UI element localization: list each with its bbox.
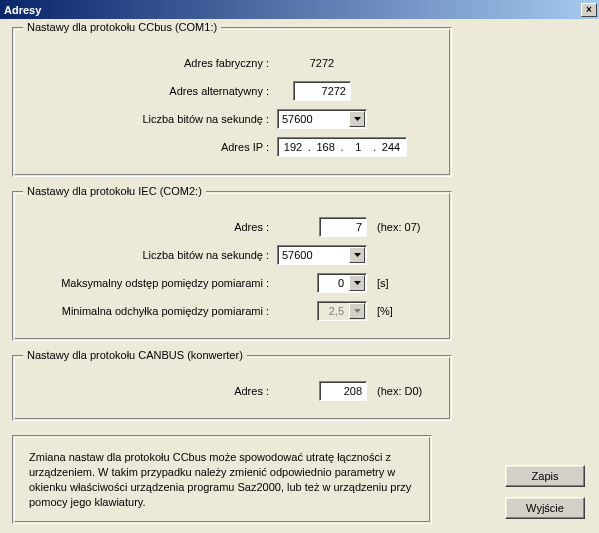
dropdown-button[interactable] xyxy=(349,247,365,263)
select-min-dev: 2,5 xyxy=(317,301,367,321)
chevron-down-icon xyxy=(354,309,361,313)
label-ccbus-baud: Liczba bitów na sekundę : xyxy=(27,113,277,125)
select-max-gap-value: 0 xyxy=(322,277,348,289)
save-button[interactable]: Zapis xyxy=(505,465,585,487)
warning-box: Zmiana nastaw dla protokołu CCbus może s… xyxy=(12,435,432,524)
close-icon: × xyxy=(586,4,592,15)
label-max-gap-unit: [s] xyxy=(377,277,437,289)
titlebar: Adresy × xyxy=(0,0,599,19)
select-iec-baud[interactable]: 57600 xyxy=(277,245,367,265)
chevron-down-icon xyxy=(354,281,361,285)
select-ccbus-baud-value: 57600 xyxy=(282,113,348,125)
window-title: Adresy xyxy=(4,4,41,16)
svg-marker-3 xyxy=(354,309,361,313)
label-iec-baud: Liczba bitów na sekundę : xyxy=(27,249,277,261)
input-iec-address[interactable] xyxy=(319,217,367,237)
input-ip-address[interactable]: 192 . 168 . 1 . 244 xyxy=(277,137,407,157)
label-max-gap: Maksymalny odstęp pomiędzy pomiarami : xyxy=(27,277,277,289)
close-button[interactable]: × xyxy=(581,3,597,17)
svg-marker-1 xyxy=(354,253,361,257)
group-iec-legend: Nastawy dla protokołu IEC (COM2:) xyxy=(23,185,206,197)
select-iec-baud-value: 57600 xyxy=(282,249,348,261)
select-max-gap[interactable]: 0 xyxy=(317,273,367,293)
label-alt-address: Adres alternatywny : xyxy=(27,85,277,97)
ip-octet-1: 192 xyxy=(280,141,306,153)
group-canbus: Nastawy dla protokołu CANBUS (konwerter)… xyxy=(12,355,452,421)
select-ccbus-baud[interactable]: 57600 xyxy=(277,109,367,129)
chevron-down-icon xyxy=(354,253,361,257)
label-factory-address: Adres fabryczny : xyxy=(27,57,277,69)
svg-marker-2 xyxy=(354,281,361,285)
select-min-dev-value: 2,5 xyxy=(322,305,348,317)
label-ip-address: Adres IP : xyxy=(27,141,277,153)
label-iec-address-hex: (hex: 07) xyxy=(377,221,437,233)
warning-text: Zmiana nastaw dla protokołu CCbus może s… xyxy=(29,451,411,508)
dropdown-button[interactable] xyxy=(349,275,365,291)
group-ccbus-legend: Nastawy dla protokołu CCbus (COM1:) xyxy=(23,21,221,33)
group-ccbus: Nastawy dla protokołu CCbus (COM1:) Adre… xyxy=(12,27,452,177)
input-canbus-address[interactable] xyxy=(319,381,367,401)
ip-octet-4: 244 xyxy=(378,141,404,153)
chevron-down-icon xyxy=(354,117,361,121)
value-factory-address: 7272 xyxy=(277,57,367,69)
label-min-dev-unit: [%] xyxy=(377,305,437,317)
dropdown-button xyxy=(349,303,365,319)
label-canbus-address: Adres : xyxy=(27,385,277,397)
dropdown-button[interactable] xyxy=(349,111,365,127)
svg-marker-0 xyxy=(354,117,361,121)
ip-octet-3: 1 xyxy=(345,141,371,153)
ip-octet-2: 168 xyxy=(313,141,339,153)
group-iec: Nastawy dla protokołu IEC (COM2:) Adres … xyxy=(12,191,452,341)
input-alt-address[interactable] xyxy=(293,81,351,101)
label-canbus-address-hex: (hex: D0) xyxy=(377,385,437,397)
label-iec-address: Adres : xyxy=(27,221,277,233)
exit-button[interactable]: Wyjście xyxy=(505,497,585,519)
group-canbus-legend: Nastawy dla protokołu CANBUS (konwerter) xyxy=(23,349,247,361)
label-min-dev: Minimalna odchyłka pomiędzy pomiarami : xyxy=(27,305,277,317)
